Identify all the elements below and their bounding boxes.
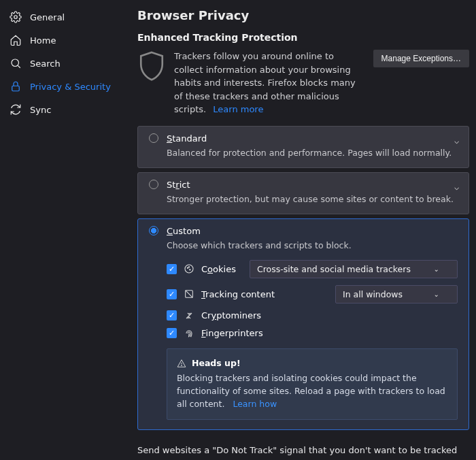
intro-text: Trackers follow you around online to col… [174, 50, 365, 116]
svg-line-2 [18, 65, 20, 67]
level-title: Standard [167, 133, 207, 144]
gear-icon [10, 11, 22, 23]
chevron-down-icon: ⌄ [434, 265, 439, 273]
checkbox-cookies[interactable]: ✓ [167, 264, 177, 274]
sidebar-item-label: Search [30, 59, 61, 69]
svg-point-0 [14, 16, 18, 19]
search-icon [10, 57, 22, 69]
sidebar-item-label: Home [30, 35, 56, 46]
sidebar-item-label: General [30, 12, 65, 22]
sidebar: General Home Search Privacy & Security S… [0, 0, 124, 460]
opt-crypto: ✓ Cryptominers [167, 310, 458, 321]
checkbox-finger[interactable]: ✓ [167, 328, 177, 338]
chevron-down-icon[interactable]: ⌵ [454, 136, 459, 146]
lock-icon [10, 80, 22, 93]
sidebar-item-search[interactable]: Search [0, 52, 124, 75]
level-custom-card[interactable]: Custom Choose which trackers and scripts… [137, 218, 469, 430]
dnt-text: Send websites a "Do Not Track" signal th… [137, 445, 457, 455]
cookie-icon [184, 263, 194, 274]
learn-more-link[interactable]: Learn more [213, 104, 263, 114]
svg-point-7 [188, 267, 189, 267]
cookies-select[interactable]: Cross-site and social media trackers ⌄ [250, 260, 458, 278]
radio-custom[interactable] [149, 226, 158, 235]
checkbox-crypto[interactable]: ✓ [167, 310, 177, 321]
sidebar-item-sync[interactable]: Sync [0, 98, 124, 121]
heads-up-notice: Heads up! Blocking trackers and isolatin… [167, 348, 458, 420]
heads-title: Heads up! [192, 357, 241, 370]
select-value: In all windows [343, 289, 403, 299]
intro-row: Trackers follow you around online to col… [137, 50, 469, 116]
custom-options: ✓ Cookies Cross-site and social media tr… [167, 260, 458, 420]
opt-label: Cryptominers [201, 310, 261, 321]
sidebar-item-label: Privacy & Security [30, 82, 111, 92]
opt-tracking: ✓ Tracking content In all windows ⌄ [167, 285, 458, 303]
svg-point-6 [190, 269, 190, 270]
dnt-section: Send websites a "Do Not Track" signal th… [137, 442, 469, 461]
level-desc: Balanced for protection and performance.… [167, 148, 458, 158]
level-strict-card[interactable]: Strict ⌵ Stronger protection, but may ca… [137, 172, 469, 214]
sidebar-item-general[interactable]: General [0, 5, 124, 29]
tracking-icon [184, 289, 194, 299]
checkbox-tracking[interactable]: ✓ [167, 289, 177, 299]
cryptominer-icon [184, 310, 194, 321]
tracking-select[interactable]: In all windows ⌄ [335, 285, 458, 303]
fingerprint-icon [184, 328, 194, 339]
heads-body: Blocking trackers and isolating cookies … [177, 373, 445, 409]
opt-finger: ✓ Fingerprinters [167, 328, 458, 339]
svg-point-5 [187, 267, 188, 268]
intro-body: Trackers follow you around online to col… [174, 51, 356, 114]
select-value: Cross-site and social media trackers [257, 264, 411, 274]
manage-exceptions-button[interactable]: Manage Exceptions… [373, 50, 469, 67]
opt-label: Tracking content [201, 289, 275, 299]
chevron-down-icon[interactable]: ⌵ [454, 182, 459, 192]
section-title: Enhanced Tracking Protection [137, 32, 469, 43]
home-icon [10, 34, 22, 46]
main-content: Browser Privacy Enhanced Tracking Protec… [124, 0, 476, 460]
opt-label: Fingerprinters [201, 328, 263, 338]
svg-point-4 [185, 265, 193, 273]
level-desc: Choose which trackers and scripts to blo… [167, 240, 458, 250]
svg-rect-3 [12, 86, 20, 91]
sidebar-item-home[interactable]: Home [0, 29, 124, 52]
alert-icon [177, 359, 186, 368]
sync-icon [10, 103, 22, 116]
sidebar-item-label: Sync [30, 105, 51, 115]
learn-how-link[interactable]: Learn how [233, 399, 277, 409]
page-title: Browser Privacy [137, 8, 469, 22]
sidebar-item-privacy[interactable]: Privacy & Security [0, 75, 124, 98]
svg-point-11 [182, 365, 182, 365]
svg-point-1 [12, 59, 19, 67]
chevron-down-icon: ⌄ [434, 291, 439, 298]
svg-line-9 [186, 291, 193, 298]
opt-cookies: ✓ Cookies Cross-site and social media tr… [167, 260, 458, 278]
shield-icon [137, 50, 166, 84]
level-standard-card[interactable]: Standard ⌵ Balanced for protection and p… [137, 126, 469, 168]
level-title: Custom [167, 226, 201, 236]
radio-strict[interactable] [149, 180, 158, 189]
opt-label: Cookies [201, 264, 236, 274]
radio-standard[interactable] [149, 133, 158, 143]
level-title: Strict [167, 180, 190, 190]
level-desc: Stronger protection, but may cause some … [167, 194, 458, 204]
